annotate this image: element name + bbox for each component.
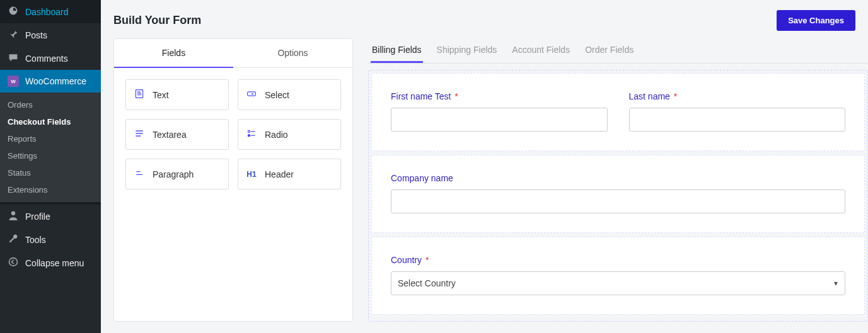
- tab-account-fields[interactable]: Account Fields: [511, 38, 571, 63]
- svg-point-0: [11, 212, 15, 215]
- sidebar-item-label: Profile: [25, 212, 50, 222]
- sidebar-item-label: Dashboard: [25, 7, 69, 17]
- field-type-paragraph[interactable]: Paragraph: [125, 159, 229, 189]
- save-button[interactable]: Save Changes: [777, 10, 855, 31]
- woo-icon: W: [8, 76, 19, 87]
- collapse-icon: [8, 257, 19, 269]
- sidebar-sub-orders[interactable]: Orders: [0, 96, 101, 113]
- wrench-icon: [8, 234, 19, 246]
- field-type-label: Text: [153, 90, 169, 100]
- form-block-names[interactable]: First name Test * Last name *: [371, 73, 865, 151]
- sidebar-sub-checkout-fields[interactable]: Checkout Fields: [0, 113, 101, 130]
- svg-point-4: [248, 130, 250, 132]
- country-label: Country *: [391, 255, 845, 265]
- comment-icon: [8, 52, 19, 64]
- label-text: First name Test: [391, 91, 451, 101]
- page-header: Build Your Form Save Changes: [101, 10, 868, 38]
- form-block-country[interactable]: Country * Select Country: [371, 237, 865, 315]
- required-asterisk: *: [454, 91, 458, 101]
- sidebar-item-comments[interactable]: Comments: [0, 47, 101, 70]
- palette-tab-options[interactable]: Options: [233, 39, 352, 68]
- field-type-label: Select: [265, 90, 289, 100]
- tab-shipping-fields[interactable]: Shipping Fields: [436, 38, 499, 63]
- required-asterisk: *: [674, 91, 677, 101]
- company-input[interactable]: [391, 189, 845, 213]
- dashboard-icon: [8, 6, 19, 18]
- admin-sidebar: Dashboard Posts Comments W WooCommerce O…: [0, 0, 101, 333]
- header-icon: H1: [246, 170, 257, 179]
- page-title: Build Your Form: [113, 14, 201, 27]
- form-canvas: First name Test * Last name *: [368, 70, 868, 322]
- sidebar-item-posts[interactable]: Posts: [0, 23, 101, 47]
- last-name-label: Last name *: [629, 91, 846, 101]
- field-type-select[interactable]: Select: [238, 79, 341, 110]
- sidebar-item-label: Collapse menu: [25, 258, 84, 268]
- palette-tab-fields[interactable]: Fields: [114, 39, 233, 68]
- last-name-input[interactable]: [629, 108, 846, 132]
- field-type-grid: Text Select Textarea: [114, 68, 352, 201]
- first-name-input[interactable]: [391, 108, 608, 132]
- svg-point-5: [248, 135, 250, 137]
- sidebar-item-profile[interactable]: Profile: [0, 205, 101, 228]
- select-icon: [246, 89, 257, 101]
- form-block-company[interactable]: Company name: [371, 155, 865, 233]
- sidebar-item-woocommerce[interactable]: W WooCommerce: [0, 70, 101, 93]
- main-content: Build Your Form Save Changes Fields Opti…: [101, 0, 868, 333]
- tab-billing-fields[interactable]: Billing Fields: [371, 38, 423, 63]
- pin-icon: [8, 29, 19, 41]
- palette-tabs: Fields Options: [114, 39, 352, 68]
- sidebar-item-label: Comments: [25, 54, 68, 64]
- radio-icon: [246, 128, 257, 140]
- textarea-icon: [134, 128, 145, 140]
- label-text: Country: [391, 255, 422, 265]
- sidebar-sub-status[interactable]: Status: [0, 164, 101, 181]
- label-text: Last name: [629, 91, 670, 101]
- sidebar-sub-reports[interactable]: Reports: [0, 130, 101, 147]
- paragraph-icon: [134, 168, 145, 180]
- sidebar-item-collapse[interactable]: Collapse menu: [0, 251, 101, 274]
- first-name-label: First name Test *: [391, 91, 608, 101]
- required-asterisk: *: [425, 255, 429, 265]
- field-type-label: Header: [265, 169, 294, 179]
- builder-tabs: Billing Fields Shipping Fields Account F…: [368, 38, 868, 64]
- svg-rect-2: [136, 90, 142, 98]
- label-text: Company name: [391, 173, 453, 183]
- sidebar-item-label: WooCommerce: [25, 76, 86, 86]
- field-type-label: Paragraph: [153, 169, 194, 179]
- sidebar-item-dashboard[interactable]: Dashboard: [0, 0, 101, 23]
- woo-submenu: Orders Checkout Fields Reports Settings …: [0, 93, 101, 202]
- sidebar-item-tools[interactable]: Tools: [0, 228, 101, 251]
- user-icon: [8, 210, 19, 222]
- sidebar-item-label: Tools: [25, 235, 46, 245]
- form-builder: Billing Fields Shipping Fields Account F…: [368, 38, 868, 322]
- field-type-radio[interactable]: Radio: [238, 119, 341, 150]
- country-select[interactable]: Select Country: [391, 271, 845, 295]
- svg-point-1: [9, 258, 18, 266]
- fields-palette: Fields Options Text Select: [113, 38, 353, 322]
- tab-order-fields[interactable]: Order Fields: [584, 38, 635, 63]
- field-type-textarea[interactable]: Textarea: [125, 119, 229, 150]
- field-type-label: Textarea: [153, 130, 187, 140]
- sidebar-sub-extensions[interactable]: Extensions: [0, 181, 101, 198]
- sidebar-sub-settings[interactable]: Settings: [0, 147, 101, 164]
- field-type-text[interactable]: Text: [125, 79, 229, 110]
- company-label: Company name: [391, 173, 845, 183]
- text-icon: [134, 89, 145, 101]
- field-type-header[interactable]: H1 Header: [238, 159, 341, 189]
- sidebar-item-label: Posts: [25, 30, 47, 40]
- field-type-label: Radio: [265, 130, 288, 140]
